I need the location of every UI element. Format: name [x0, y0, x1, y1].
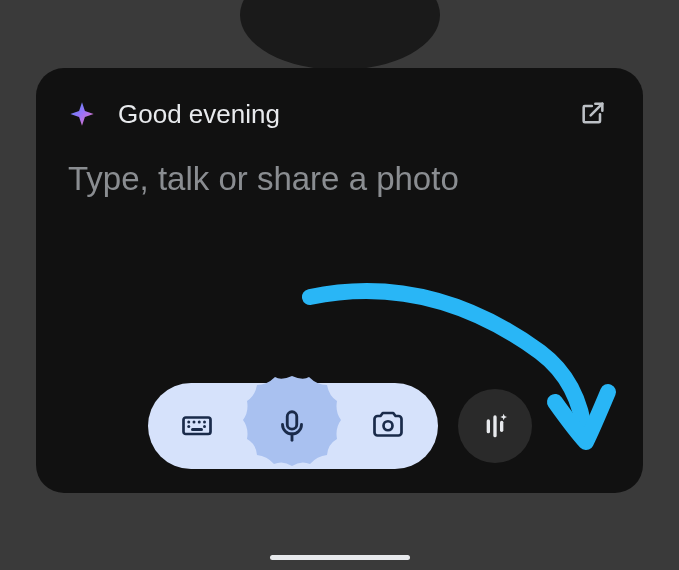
background-avatar-shape — [240, 0, 440, 70]
greeting-text: Good evening — [118, 99, 280, 130]
expand-button[interactable] — [575, 96, 611, 132]
control-pill — [148, 383, 438, 469]
microphone-button[interactable] — [237, 371, 347, 481]
keyboard-button[interactable] — [167, 396, 227, 456]
svg-point-11 — [384, 421, 393, 430]
camera-icon — [370, 407, 406, 446]
assistant-card: Good evening Type, talk or share a photo — [36, 68, 643, 493]
voice-bars-icon — [479, 409, 511, 444]
spark-icon — [68, 100, 96, 128]
input-placeholder[interactable]: Type, talk or share a photo — [68, 160, 611, 198]
microphone-icon — [273, 407, 311, 445]
voice-mode-button[interactable] — [458, 389, 532, 463]
card-header: Good evening — [68, 96, 611, 132]
header-left-group: Good evening — [68, 99, 280, 130]
camera-button[interactable] — [358, 396, 418, 456]
input-controls — [36, 383, 643, 469]
svg-rect-9 — [288, 412, 298, 429]
open-in-new-icon — [579, 99, 607, 130]
home-indicator[interactable] — [270, 555, 410, 560]
keyboard-icon — [179, 407, 215, 446]
